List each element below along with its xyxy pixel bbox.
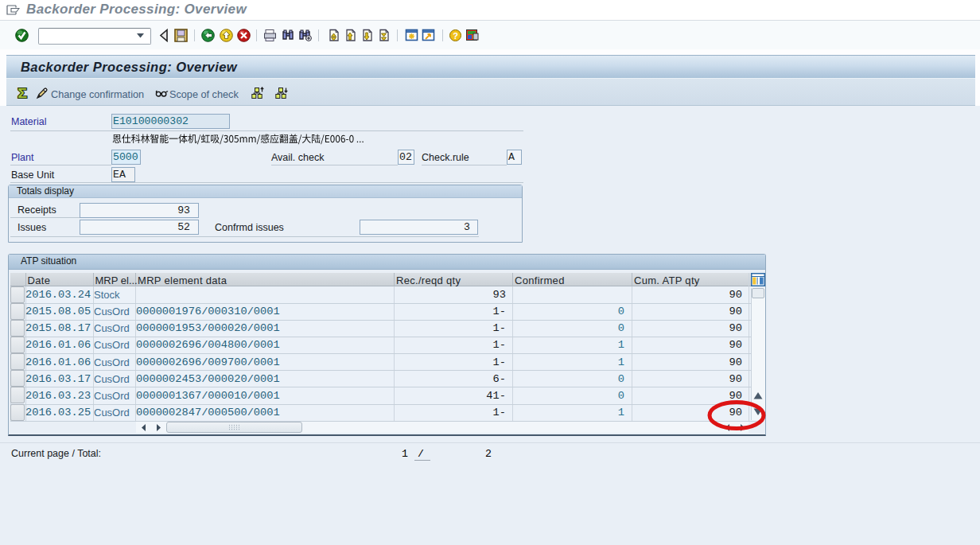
svg-text:Σ: Σ: [18, 86, 27, 100]
svg-text:?: ?: [453, 31, 458, 41]
